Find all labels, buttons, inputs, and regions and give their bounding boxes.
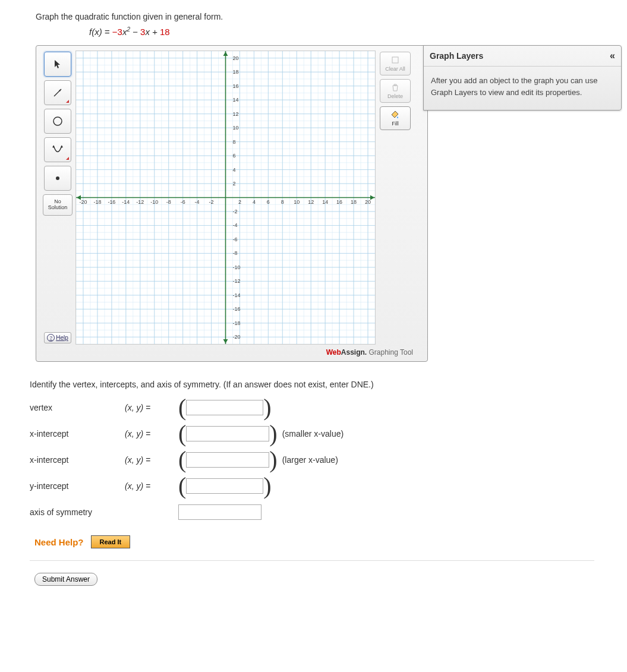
xintercept2-row: x-intercept (x, y) = ( ) (larger x-value… xyxy=(30,452,603,468)
point-tool[interactable] xyxy=(44,166,71,191)
read-it-button[interactable]: Read It xyxy=(91,535,131,548)
svg-text:-4: -4 xyxy=(232,222,237,228)
divider xyxy=(30,560,594,561)
svg-text:-18: -18 xyxy=(93,199,101,205)
pointer-icon xyxy=(53,59,62,69)
svg-text:20: 20 xyxy=(365,199,371,205)
parabola-icon xyxy=(52,144,64,156)
collapse-button[interactable]: « xyxy=(610,51,615,61)
svg-text:12: 12 xyxy=(232,111,238,117)
tool-palette: No Solution Help xyxy=(40,49,75,346)
svg-text:8: 8 xyxy=(281,199,284,205)
svg-text:-12: -12 xyxy=(232,278,240,284)
question-prompt: Graph the quadratic function given in ge… xyxy=(36,12,603,21)
svg-text:-2: -2 xyxy=(232,209,237,214)
axis-symmetry-input[interactable] xyxy=(178,504,261,520)
xintercept-smaller-input[interactable] xyxy=(186,426,269,441)
svg-text:-14: -14 xyxy=(232,292,240,298)
xy-label: (x, y) = xyxy=(125,429,178,438)
fill-button[interactable]: Fill xyxy=(380,106,411,130)
layers-title: Graph Layers xyxy=(430,51,483,61)
svg-text:16: 16 xyxy=(232,83,238,89)
svg-text:-10: -10 xyxy=(232,264,240,270)
yintercept-row: y-intercept (x, y) = ( ) xyxy=(30,478,603,494)
parabola-tool[interactable] xyxy=(44,137,71,162)
svg-text:-18: -18 xyxy=(232,320,240,326)
vertex-label: vertex xyxy=(30,403,125,412)
line-tool[interactable] xyxy=(44,80,71,105)
circle-tool[interactable] xyxy=(44,109,71,134)
svg-point-5 xyxy=(56,176,59,180)
axis-label: axis of symmetry xyxy=(30,507,125,517)
xy-label: (x, y) = xyxy=(125,403,178,412)
svg-text:8: 8 xyxy=(232,139,235,145)
graph-layers-panel: Graph Layers « After you add an object t… xyxy=(423,45,622,111)
yintercept-input[interactable] xyxy=(186,478,263,494)
svg-text:-6: -6 xyxy=(181,199,185,205)
svg-text:12: 12 xyxy=(308,199,314,205)
equation: f(x) = −3x2 − 3x + 18 xyxy=(89,26,603,37)
svg-point-2 xyxy=(53,117,62,125)
vertex-row: vertex (x, y) = ( ) xyxy=(30,400,603,415)
vertex-input[interactable] xyxy=(186,400,263,415)
svg-text:10: 10 xyxy=(232,125,238,131)
svg-text:-8: -8 xyxy=(166,199,171,205)
svg-marker-134 xyxy=(370,195,374,200)
svg-text:2: 2 xyxy=(232,181,235,187)
svg-text:18: 18 xyxy=(232,69,238,75)
svg-text:10: 10 xyxy=(294,199,300,205)
svg-text:6: 6 xyxy=(232,153,235,159)
svg-text:-16: -16 xyxy=(108,199,115,205)
delete-button[interactable]: Delete xyxy=(380,79,411,103)
svg-rect-178 xyxy=(392,57,398,63)
graphing-tool: No Solution Help -20-18-16-14-12-10-8-6-… xyxy=(36,45,428,362)
question-2-prompt: Identify the vertex, intercepts, and axi… xyxy=(30,380,603,389)
submit-answer-button[interactable]: Submit Answer xyxy=(34,573,97,586)
need-help-label: Need Help? xyxy=(34,537,84,547)
xy-label: (x, y) = xyxy=(125,481,178,491)
no-solution-button[interactable]: No Solution xyxy=(43,194,73,216)
help-button[interactable]: Help xyxy=(44,332,71,343)
circle-icon xyxy=(52,115,64,127)
graph-canvas[interactable]: -20-18-16-14-12-10-8-6-4-224681012141618… xyxy=(75,51,376,345)
xint-label: x-intercept xyxy=(30,429,125,438)
clear-icon xyxy=(390,55,400,65)
xint-label: x-intercept xyxy=(30,455,125,465)
xy-label: (x, y) = xyxy=(125,455,178,465)
yint-label: y-intercept xyxy=(30,481,125,491)
need-help: Need Help? Read It xyxy=(34,535,603,548)
svg-text:20: 20 xyxy=(232,55,238,61)
axis-row: axis of symmetry xyxy=(30,504,603,520)
svg-text:16: 16 xyxy=(336,199,342,205)
svg-marker-137 xyxy=(223,339,228,343)
svg-text:-16: -16 xyxy=(232,306,240,312)
svg-text:-20: -20 xyxy=(80,199,87,205)
trash-icon xyxy=(390,83,400,92)
svg-text:-14: -14 xyxy=(122,199,130,205)
svg-text:-2: -2 xyxy=(209,199,214,205)
svg-text:-6: -6 xyxy=(232,236,237,242)
svg-text:-4: -4 xyxy=(195,199,200,205)
point-icon xyxy=(54,175,61,182)
graph-footer: WebAssign. Graphing Tool xyxy=(40,346,424,358)
action-column: Clear All Delete Fill xyxy=(376,49,415,346)
pointer-tool[interactable] xyxy=(44,52,71,77)
layers-body: After you add an object to the graph you… xyxy=(424,67,621,110)
clear-all-button[interactable]: Clear All xyxy=(380,52,411,75)
svg-text:2: 2 xyxy=(238,199,241,205)
fill-icon xyxy=(390,110,400,119)
xintercept-larger-input[interactable] xyxy=(186,452,269,468)
svg-marker-136 xyxy=(223,52,228,56)
svg-text:14: 14 xyxy=(322,199,328,205)
line-icon xyxy=(52,87,63,98)
svg-text:6: 6 xyxy=(267,199,270,205)
svg-text:-10: -10 xyxy=(150,199,158,205)
svg-text:18: 18 xyxy=(351,199,357,205)
svg-text:4: 4 xyxy=(232,167,235,173)
svg-text:-12: -12 xyxy=(136,199,144,205)
larger-hint: (larger x-value) xyxy=(282,455,338,465)
smaller-hint: (smaller x-value) xyxy=(282,429,344,438)
svg-text:4: 4 xyxy=(253,199,256,205)
svg-text:-8: -8 xyxy=(232,250,237,256)
svg-text:14: 14 xyxy=(232,97,238,103)
